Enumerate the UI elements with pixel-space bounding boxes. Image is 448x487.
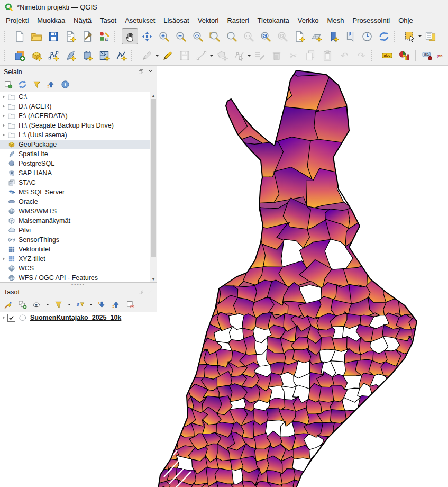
menu-rasteri[interactable]: Rasteri xyxy=(223,15,253,25)
temporal-controller-button[interactable] xyxy=(359,28,375,44)
digitize-shape-dropdown[interactable] xyxy=(210,55,213,58)
browser-item-xyz-tiilet[interactable]: XYZ-tiilet xyxy=(0,254,157,264)
browser-item-maiseman-kym-t[interactable]: Maisemanäkymät xyxy=(0,216,157,226)
browser-item-stac[interactable]: STAC xyxy=(0,178,157,187)
layer-row[interactable]: SuomenKuntajako_2025_10k xyxy=(0,312,157,323)
browser-item-spatialite[interactable]: SpatiaLite xyxy=(0,149,157,159)
browser-item-d-acer[interactable]: D:\ (ACER) xyxy=(0,102,157,111)
pan-map-button[interactable] xyxy=(122,28,138,44)
layers-remove-layer-button[interactable] xyxy=(125,300,135,310)
new-shapefile-button[interactable] xyxy=(45,48,61,64)
delete-selected-button[interactable] xyxy=(268,48,285,64)
browser-item-ms-sql-server[interactable]: MS SQL Server xyxy=(0,187,157,197)
layers-add-group-button[interactable] xyxy=(17,300,28,310)
highlight-labels-button[interactable]: (ab xyxy=(436,48,445,64)
open-project-button[interactable] xyxy=(28,28,44,44)
expand-arrow-icon[interactable] xyxy=(3,95,5,98)
select-features-button[interactable] xyxy=(401,28,418,44)
refresh-button[interactable] xyxy=(376,28,392,44)
vertex-tool-dropdown[interactable] xyxy=(248,55,251,58)
menu-ohje[interactable]: Ohje xyxy=(394,15,417,25)
menu-muokkaa[interactable]: Muokkaa xyxy=(33,15,69,25)
filter-expression-dropdown[interactable] xyxy=(89,304,93,307)
browser-item-f-acerdata[interactable]: F:\ (ACERDATA) xyxy=(0,111,157,121)
toggle-editing-button[interactable] xyxy=(159,48,176,64)
browser-properties-button[interactable]: i xyxy=(60,79,70,89)
labeling-button[interactable]: abc xyxy=(379,48,395,64)
map-canvas[interactable] xyxy=(157,66,448,487)
menu-mesh[interactable]: Mesh xyxy=(323,15,349,25)
paste-button[interactable] xyxy=(319,48,335,64)
new-spatialite-button[interactable] xyxy=(62,48,78,64)
browser-item-oracle[interactable]: Oracle xyxy=(0,197,157,206)
pin-labels-button[interactable]: ab xyxy=(419,48,435,64)
digitize-shape-button[interactable] xyxy=(193,48,209,64)
new-gpx-layer-button[interactable] xyxy=(113,48,129,64)
browser-scrollbar[interactable]: ▲ ▼ xyxy=(150,92,157,282)
save-edits-button[interactable] xyxy=(176,48,193,64)
browser-item-l-uusi-asema[interactable]: L:\ (Uusi asema) xyxy=(0,130,157,140)
expand-arrow-icon[interactable] xyxy=(3,316,5,319)
browser-item-postgresql[interactable]: PostgreSQL xyxy=(0,159,157,168)
layers-styling-panel-button[interactable] xyxy=(3,300,13,310)
menu-lis-osat[interactable]: Lisäosat xyxy=(159,15,193,25)
menu-verkko[interactable]: Verkko xyxy=(294,15,323,25)
panel-splitter[interactable]: ••••• xyxy=(0,283,157,286)
select-features-dropdown[interactable] xyxy=(418,35,422,39)
layers-float-button[interactable] xyxy=(136,288,145,296)
map-themes-dropdown[interactable] xyxy=(46,304,49,307)
new-virtual-layer-button[interactable] xyxy=(79,48,95,64)
current-edits-dropdown[interactable] xyxy=(156,55,159,58)
zoom-full-button[interactable] xyxy=(189,28,206,44)
layers-expand-all-button[interactable] xyxy=(97,300,107,310)
zoom-native-button[interactable]: 1:1 xyxy=(240,28,257,44)
layer-name[interactable]: SuomenKuntajako_2025_10k xyxy=(30,314,121,321)
data-source-manager-button[interactable] xyxy=(11,48,28,64)
browser-item-h-seagate-backup-plus-drive[interactable]: H:\ (Seagate Backup Plus Drive) xyxy=(0,121,157,130)
new-geopackage-button[interactable] xyxy=(28,48,44,64)
save-project-button[interactable] xyxy=(45,28,61,44)
scrollbar-thumb[interactable] xyxy=(151,99,156,257)
menu-asetukset[interactable]: Asetukset xyxy=(121,15,159,25)
multiedit-button[interactable] xyxy=(251,48,268,64)
pan-to-selection-button[interactable] xyxy=(139,28,155,44)
expand-arrow-icon[interactable] xyxy=(3,114,5,118)
copy-button[interactable] xyxy=(302,48,318,64)
scroll-down-icon[interactable]: ▼ xyxy=(150,276,157,282)
expand-arrow-icon[interactable] xyxy=(3,124,5,127)
layers-collapse-all-button[interactable] xyxy=(111,300,121,310)
zoom-next-button[interactable] xyxy=(274,28,290,44)
current-edits-button[interactable] xyxy=(139,48,155,64)
scroll-up-icon[interactable]: ▲ xyxy=(150,92,157,98)
style-manager-button[interactable]: a xyxy=(96,28,112,44)
zoom-to-layer-button[interactable] xyxy=(206,28,223,44)
layers-filter-expression-button[interactable]: ε xyxy=(75,300,85,310)
layers-close-button[interactable] xyxy=(146,288,154,296)
expand-arrow-icon[interactable] xyxy=(3,105,5,108)
browser-refresh-button[interactable] xyxy=(17,79,28,89)
filter-legend-dropdown[interactable] xyxy=(68,304,71,307)
layers-filter-legend-button[interactable] xyxy=(53,300,63,310)
browser-item-vektoritiilet[interactable]: Vektoritiilet xyxy=(0,245,157,254)
browser-item-wcs[interactable]: WCS xyxy=(0,264,157,273)
browser-close-button[interactable] xyxy=(146,68,154,76)
redo-button[interactable]: ↷ xyxy=(353,48,369,64)
browser-filter-button[interactable] xyxy=(32,79,42,89)
new-3d-map-view-button[interactable] xyxy=(308,28,324,44)
layers-map-themes-button[interactable] xyxy=(32,300,42,310)
browser-float-button[interactable] xyxy=(136,68,145,76)
menu-vektori[interactable]: Vektori xyxy=(194,15,223,25)
menu-prosessointi[interactable]: Prosessointi xyxy=(348,15,394,25)
zoom-in-button[interactable] xyxy=(156,28,172,44)
browser-item-sensorthings[interactable]: SensorThings xyxy=(0,235,157,245)
undo-button[interactable]: ↶ xyxy=(336,48,352,64)
vertex-tool-button[interactable] xyxy=(231,48,247,64)
menu-projekti[interactable]: Projekti xyxy=(2,15,33,25)
attribute-panels-button[interactable] xyxy=(422,28,438,44)
new-spatial-bookmark-button[interactable] xyxy=(325,28,341,44)
menu-tasot[interactable]: Tasot xyxy=(96,15,121,25)
browser-item-c[interactable]: C:\ xyxy=(0,92,157,102)
expand-arrow-icon[interactable] xyxy=(3,133,5,137)
layer-visibility-checkbox[interactable] xyxy=(7,314,15,322)
zoom-to-selection-button[interactable] xyxy=(223,28,240,44)
